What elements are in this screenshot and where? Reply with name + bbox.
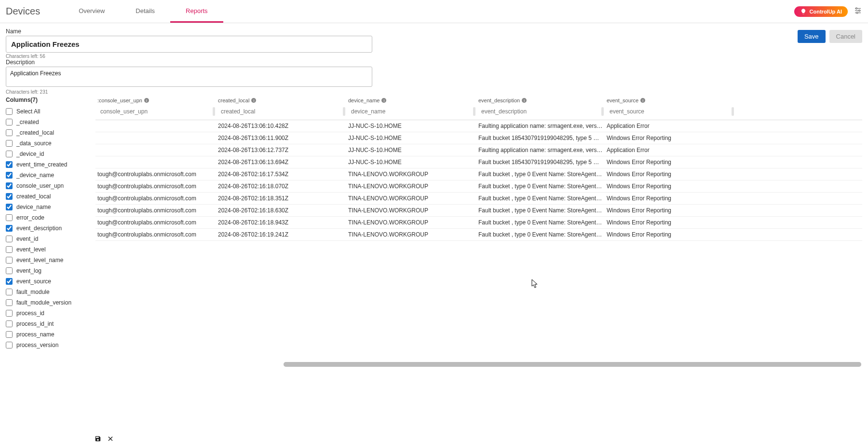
name-input[interactable] [6, 36, 372, 53]
column-item-fault-module-version[interactable]: fault_module_version [6, 297, 93, 308]
column-item-event-description[interactable]: event_description [6, 223, 93, 234]
column-item-created-local[interactable]: created_local [6, 191, 93, 202]
cell-event_description: Fault bucket , type 0 Event Name: StoreA… [476, 193, 605, 204]
info-icon[interactable]: i [144, 98, 149, 103]
column-item-fault-module[interactable]: fault_module [6, 287, 93, 297]
cell-event_source: Windows Error Reporting [605, 156, 735, 168]
column-item--created[interactable]: _created [6, 117, 93, 127]
tab-overview[interactable]: Overview [63, 0, 120, 23]
column-header-device_name[interactable]: device_namei [346, 97, 476, 120]
column-checkbox[interactable] [6, 108, 13, 115]
column-item-process-version[interactable]: process_version [6, 340, 93, 350]
column-resize-handle[interactable] [213, 107, 215, 116]
column-header-console_user_upn[interactable]: :console_user_upni [95, 97, 216, 120]
column-item-event-time-created[interactable]: event_time_created [6, 159, 93, 170]
column-item--device-name[interactable]: _device_name [6, 170, 93, 181]
column-checkbox[interactable] [6, 214, 13, 221]
column-item-event-level[interactable]: event_level [6, 244, 93, 255]
horizontal-scrollbar[interactable] [284, 362, 861, 367]
column-item-label: event_level_name [16, 257, 63, 264]
column-checkbox[interactable] [6, 182, 13, 189]
info-icon[interactable]: i [381, 98, 386, 103]
column-item-device-name[interactable]: device_name [6, 202, 93, 212]
column-item--created-local[interactable]: _created_local [6, 127, 93, 138]
settings-button[interactable] [854, 6, 862, 16]
controlup-ai-button[interactable]: ControlUp AI [794, 6, 848, 17]
column-filter-input[interactable] [218, 106, 339, 117]
column-resize-handle[interactable] [473, 107, 475, 116]
column-header-name: device_name [348, 97, 380, 103]
column-checkbox[interactable] [6, 289, 13, 295]
column-checkbox[interactable] [6, 225, 13, 232]
table-row[interactable]: 2024-08-26T13:06:10.428ZJJ-NUC-S-10.HOME… [95, 120, 862, 132]
column-item--data-source[interactable]: _data_source [6, 138, 93, 149]
description-input[interactable] [6, 67, 372, 87]
column-checkbox[interactable] [6, 193, 13, 200]
cell-device_name: TINA-LENOVO.WORKGROUP [346, 205, 476, 216]
column-checkbox[interactable] [6, 119, 13, 125]
column-checkbox[interactable] [6, 204, 13, 210]
column-resize-handle[interactable] [343, 107, 345, 116]
column-item-process-id[interactable]: process_id [6, 308, 93, 319]
table-row[interactable]: tough@controluplabs.onmicrosoft.com2024-… [95, 229, 862, 241]
table-row[interactable]: tough@controluplabs.onmicrosoft.com2024-… [95, 205, 862, 217]
column-filter-input[interactable] [607, 106, 728, 117]
column-item-process-id-int[interactable]: process_id_int [6, 319, 93, 329]
column-checkbox[interactable] [6, 278, 13, 285]
column-item-event-log[interactable]: event_log [6, 265, 93, 276]
cell-device_name: TINA-LENOVO.WORKGROUP [346, 168, 476, 180]
column-item-event-id[interactable]: event_id [6, 234, 93, 244]
column-checkbox[interactable] [6, 257, 13, 264]
column-filter-input[interactable] [348, 106, 470, 117]
column-resize-handle[interactable] [732, 107, 734, 116]
cell-event_source: Windows Error Reporting [605, 193, 735, 204]
column-checkbox[interactable] [6, 342, 13, 348]
cell-console_user_upn: tough@controluplabs.onmicrosoft.com [95, 205, 216, 216]
column-item-select-all[interactable]: Select All [6, 106, 93, 117]
column-checkbox[interactable] [6, 310, 13, 317]
column-item--device-id[interactable]: _device_id [6, 149, 93, 159]
column-checkbox[interactable] [6, 246, 13, 253]
table-row[interactable]: 2024-08-26T13:06:12.737ZJJ-NUC-S-10.HOME… [95, 144, 862, 156]
column-item-event-level-name[interactable]: event_level_name [6, 255, 93, 265]
column-header-created_local[interactable]: created_locali [216, 97, 346, 120]
table-row[interactable]: tough@controluplabs.onmicrosoft.com2024-… [95, 193, 862, 205]
table-row[interactable]: tough@controluplabs.onmicrosoft.com2024-… [95, 181, 862, 193]
column-checkbox[interactable] [6, 172, 13, 179]
column-header-event_description[interactable]: event_descriptioni [476, 97, 605, 120]
cell-device_name: JJ-NUC-S-10.HOME [346, 156, 476, 168]
save-button[interactable]: Save [798, 30, 826, 43]
column-checkbox[interactable] [6, 299, 13, 306]
column-item-console-user-upn[interactable]: console_user_upn [6, 181, 93, 191]
tab-details[interactable]: Details [120, 0, 170, 23]
column-checkbox[interactable] [6, 267, 13, 274]
cell-console_user_upn [95, 144, 216, 156]
column-item-error-code[interactable]: error_code [6, 212, 93, 223]
column-item-event-source[interactable]: event_source [6, 276, 93, 287]
column-checkbox[interactable] [6, 129, 13, 136]
description-label: Description [6, 59, 372, 66]
column-header-event_source[interactable]: event_sourcei [605, 97, 735, 120]
tab-reports[interactable]: Reports [170, 0, 223, 23]
column-filter-input[interactable] [478, 106, 598, 117]
column-item-label: process_id [16, 310, 44, 317]
column-item-label: event_level [16, 246, 46, 253]
column-checkbox[interactable] [6, 151, 13, 157]
column-checkbox[interactable] [6, 236, 13, 242]
table-row[interactable]: tough@controluplabs.onmicrosoft.com2024-… [95, 168, 862, 181]
column-item-process-name[interactable]: process_name [6, 329, 93, 340]
column-filter-input[interactable] [97, 106, 209, 117]
table-row[interactable]: 2024-08-26T13:06:11.900ZJJ-NUC-S-10.HOME… [95, 132, 862, 144]
column-resize-handle[interactable] [601, 107, 604, 116]
column-checkbox[interactable] [6, 320, 13, 327]
column-checkbox[interactable] [6, 140, 13, 147]
table-row[interactable]: tough@controluplabs.onmicrosoft.com2024-… [95, 217, 862, 229]
cancel-button[interactable]: Cancel [829, 30, 862, 43]
cell-console_user_upn [95, 156, 216, 168]
column-checkbox[interactable] [6, 161, 13, 168]
info-icon[interactable]: i [251, 98, 256, 103]
info-icon[interactable]: i [640, 98, 645, 103]
info-icon[interactable]: i [522, 98, 527, 103]
column-checkbox[interactable] [6, 331, 13, 338]
table-row[interactable]: 2024-08-26T13:06:13.694ZJJ-NUC-S-10.HOME… [95, 156, 862, 168]
